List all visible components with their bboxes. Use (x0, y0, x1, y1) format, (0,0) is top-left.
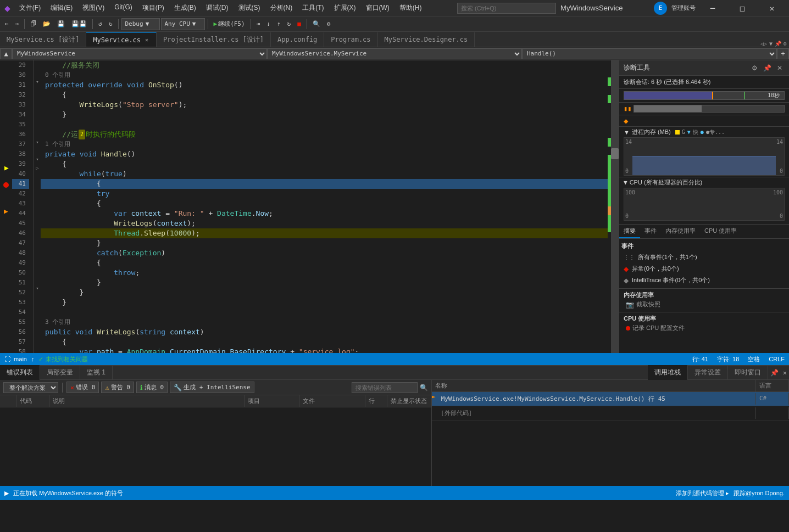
collapse-41[interactable]: ▷ (36, 165, 38, 171)
restart-btn[interactable]: ↻ (285, 18, 294, 30)
continue-button[interactable]: ▶ 继续(F5) (211, 18, 248, 30)
bottom-tab-locals[interactable]: 局部变量 (40, 365, 80, 380)
diag-pin-icon[interactable]: 📌 (761, 63, 774, 73)
error-col-code[interactable]: 代码 (16, 395, 49, 407)
redo-btn[interactable]: ↻ (106, 18, 115, 30)
call-stack-row-0[interactable]: ► MyWindowsService.exe!MyWindowsService.… (432, 392, 789, 406)
back-btn[interactable]: ← (2, 18, 12, 30)
record-cpu-btn[interactable]: 记录 CPU 配置文件 (624, 323, 785, 333)
new-file-btn[interactable]: 🗍 (27, 18, 39, 30)
step-over-btn[interactable]: ⇥ (254, 18, 263, 30)
save-all-btn[interactable]: 💾💾 (69, 18, 90, 30)
nav-back-btn[interactable]: ▲ (0, 48, 12, 59)
menu-git[interactable]: Git(G) (110, 2, 137, 14)
cs-col-name[interactable]: 名称 (432, 380, 756, 391)
step-out-btn[interactable]: ↑ (274, 18, 284, 30)
bottom-tab-watch[interactable]: 监视 1 (80, 365, 113, 380)
build-intellisense-btn[interactable]: 🔧 生成 + IntelliSense (170, 382, 254, 393)
timeline-bar[interactable]: 10秒 (624, 91, 785, 100)
menu-project[interactable]: 项目(P) (138, 2, 169, 14)
error-col-suppress[interactable]: 禁止显示状态 (387, 395, 431, 407)
event-exceptions[interactable]: ◆ 异常(0个，共0个) (621, 263, 787, 275)
tab-program[interactable]: Program.cs (324, 32, 377, 47)
cs-col-lang[interactable]: 语言 (756, 380, 789, 391)
manage-account-btn[interactable]: 管理账号 (671, 4, 696, 12)
diag-settings-btn[interactable]: ⚙ (784, 41, 787, 47)
close-button[interactable]: ✕ (759, 0, 785, 16)
scope-dropdown[interactable]: 整个解决方案 (3, 382, 58, 393)
tab-myservice-design[interactable]: MyService.cs [设计] (0, 32, 86, 47)
vertical-scrollbar[interactable] (611, 60, 619, 353)
diag-tab-summary[interactable]: 摘要 (619, 225, 640, 238)
tab-scroll-right[interactable]: ▷ (764, 41, 767, 47)
error-search-input[interactable] (352, 382, 418, 393)
diag-pin-btn[interactable]: 📌 (775, 41, 781, 47)
no-issues-label[interactable]: ✓ 未找到相关问题 (38, 355, 87, 363)
global-search-input[interactable] (457, 3, 556, 14)
cpu-mode-dropdown[interactable]: Any CPU ▼ (161, 18, 205, 30)
scrollbar-thumb[interactable] (611, 148, 619, 159)
pending-changes-btn[interactable]: ↑ (31, 356, 35, 362)
tab-myservice-cs[interactable]: MyService.cs ✕ (86, 32, 157, 47)
error-search-icon[interactable]: 🔍 (420, 384, 428, 391)
bottom-tab-immediate[interactable]: 即时窗口 (728, 365, 768, 380)
collapse-55[interactable]: ▾ (36, 285, 38, 291)
tab-options-btn[interactable]: ▼ (769, 41, 773, 47)
tab-appconfig[interactable]: App.config (271, 32, 324, 47)
diag-tab-memory[interactable]: 内存使用率 (661, 225, 700, 238)
encoding-info[interactable]: CRLF (769, 356, 785, 362)
menu-edit[interactable]: 编辑(E) (46, 2, 77, 14)
save-btn[interactable]: 💾 (54, 18, 68, 30)
diag-close-icon[interactable]: ✕ (775, 63, 785, 73)
error-col-proj[interactable]: 项目 (245, 395, 299, 407)
diag-settings-icon[interactable]: ⚙ (749, 63, 760, 73)
menu-debug[interactable]: 调试(D) (202, 2, 233, 14)
class-dropdown[interactable]: MyWindowsService.MyService (267, 48, 522, 59)
error-count-btn[interactable]: ✕ 错误 0 (66, 382, 99, 393)
misc-btn2[interactable]: ⚙ (324, 18, 334, 30)
menu-analyze[interactable]: 分析(N) (266, 2, 297, 14)
code-text-area[interactable]: //服务关闭 0 个引用 protected override void OnS… (41, 60, 608, 353)
menu-window[interactable]: 窗口(W) (362, 2, 394, 14)
forward-btn[interactable]: → (13, 18, 22, 30)
namespace-dropdown[interactable]: MyWindowsService (12, 48, 267, 59)
line-info[interactable]: 行: 41 (692, 355, 708, 363)
event-intellitrace[interactable]: ◆ IntelliTrace 事件(0个，共0个) (621, 275, 787, 286)
stop-btn[interactable]: ■ (295, 18, 304, 30)
info-count-btn[interactable]: ℹ 消息 0 (136, 382, 168, 393)
user-avatar[interactable]: E (654, 2, 667, 15)
diag-tab-cpu[interactable]: CPU 使用率 (700, 225, 741, 238)
undo-btn[interactable]: ↺ (96, 18, 105, 30)
spaces-info[interactable]: 空格 (748, 355, 760, 363)
error-col-line[interactable]: 行 (365, 395, 387, 407)
minimize-button[interactable]: ─ (700, 0, 725, 16)
char-info[interactable]: 字符: 18 (717, 355, 739, 363)
footer-add-source-btn[interactable]: 添加到源代码管理 ▸ (676, 489, 729, 497)
bottom-pin-btn[interactable]: 📌 (768, 369, 781, 377)
warning-count-btn[interactable]: ⚠ 警告 0 (101, 382, 134, 393)
collapse-31[interactable]: ▾ (36, 79, 38, 85)
menu-help[interactable]: 帮助(H) (395, 2, 426, 14)
diag-tab-events[interactable]: 事件 (640, 225, 661, 238)
collapse-40[interactable]: ▾ (36, 156, 38, 162)
snapshot-btn[interactable]: 📷 截取快照 (624, 299, 785, 310)
open-btn[interactable]: 📂 (40, 18, 53, 30)
menu-test[interactable]: 测试(S) (234, 2, 265, 14)
menu-view[interactable]: 视图(V) (78, 2, 109, 14)
collapse-38[interactable]: ▾ (36, 139, 38, 145)
bottom-tab-errorlist[interactable]: 错误列表 (0, 365, 40, 380)
error-col-desc[interactable]: 说明 (49, 395, 245, 407)
bottom-close-btn[interactable]: ✕ (781, 369, 789, 377)
tab-projectinstaller[interactable]: ProjectInstaller.cs [设计] (157, 32, 271, 47)
add-code-btn[interactable]: + (777, 48, 789, 59)
bottom-tab-exception[interactable]: 异常设置 (688, 365, 728, 380)
error-col-file[interactable]: 文件 (299, 395, 365, 407)
menu-extensions[interactable]: 扩展(X) (330, 2, 360, 14)
menu-file[interactable]: 文件(F) (15, 2, 45, 14)
menu-build[interactable]: 生成(B) (170, 2, 201, 14)
maximize-button[interactable]: □ (730, 0, 755, 16)
menu-tools[interactable]: 工具(T) (298, 2, 328, 14)
event-all[interactable]: ⋮⋮ 所有事件(1个，共1个) (621, 251, 787, 263)
debug-mode-dropdown[interactable]: Debug ▼ (121, 18, 160, 30)
method-dropdown[interactable]: Handle() (522, 48, 777, 59)
